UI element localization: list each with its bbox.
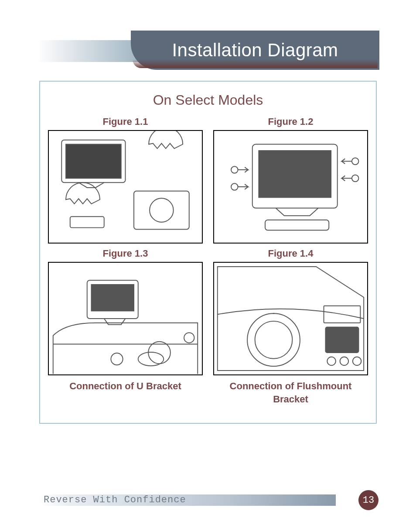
svg-point-11	[352, 175, 359, 182]
page-title: Installation Diagram	[172, 40, 338, 61]
figure-grid: Figure 1.1 Figure 1.2	[48, 116, 368, 405]
dashboard-flushmount-sketch-icon	[214, 263, 367, 374]
figure-image	[48, 130, 203, 244]
dashboard-ubracket-sketch-icon	[49, 263, 202, 374]
svg-rect-20	[325, 327, 358, 353]
figure-image	[48, 262, 203, 375]
svg-rect-13	[92, 285, 134, 311]
svg-rect-2	[134, 191, 189, 230]
page-footer: Reverse With Confidence 13	[0, 489, 416, 511]
svg-point-23	[353, 357, 361, 366]
svg-point-15	[111, 353, 123, 365]
figure-1-2: Figure 1.2	[213, 116, 368, 244]
header-pill-shadow	[133, 59, 378, 68]
figure-label: Figure 1.1	[48, 116, 203, 127]
header-band: Installation Diagram	[0, 31, 416, 70]
monitor-screws-sketch-icon	[214, 131, 367, 243]
svg-point-16	[184, 333, 194, 343]
figure-image	[213, 262, 368, 375]
svg-rect-6	[259, 151, 331, 197]
footer-tagline: Reverse With Confidence	[44, 494, 186, 505]
figure-label: Figure 1.3	[48, 248, 203, 259]
svg-rect-4	[70, 216, 104, 227]
svg-rect-1	[66, 144, 121, 178]
figure-1-1: Figure 1.1	[48, 116, 203, 244]
header-pill: Installation Diagram	[131, 31, 379, 70]
svg-point-10	[352, 158, 359, 165]
figure-caption: Connection of Flushmount Bracket	[213, 380, 368, 405]
figure-caption: Connection of U Bracket	[48, 380, 203, 393]
svg-point-18	[255, 321, 293, 359]
monitor-bracket-sketch-icon	[49, 131, 202, 243]
svg-point-9	[231, 183, 238, 190]
svg-point-8	[231, 166, 238, 173]
svg-point-21	[327, 357, 336, 366]
section-subtitle: On Select Models	[48, 92, 368, 108]
figure-1-3: Figure 1.3 Connection of U Bracket	[48, 248, 203, 405]
page-number: 13	[363, 495, 374, 506]
figure-label: Figure 1.4	[213, 248, 368, 259]
page-number-badge: 13	[358, 490, 378, 510]
svg-rect-7	[265, 220, 329, 230]
content-panel: On Select Models Figure 1.1 Figure 1.2	[39, 81, 377, 424]
figure-1-4: Figure 1.4 Connection of Flushmount Brac…	[213, 248, 368, 405]
figure-label: Figure 1.2	[213, 116, 368, 127]
svg-point-3	[150, 198, 174, 222]
svg-point-22	[340, 357, 349, 366]
figure-image	[213, 130, 368, 244]
